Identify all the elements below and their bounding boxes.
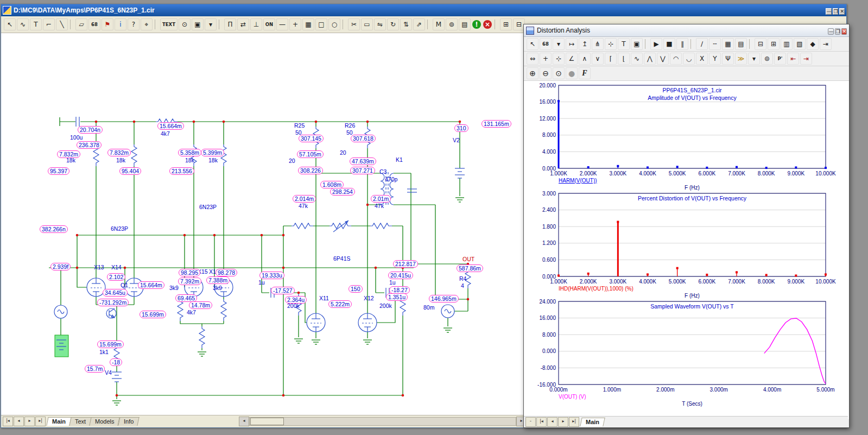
low-button[interactable]: ⌊ (618, 53, 630, 65)
zoom-out-button[interactable]: ⊖ (540, 67, 552, 79)
digital-stimulus-tool[interactable]: Π (224, 18, 236, 30)
find-tool[interactable]: ⊚ (446, 18, 458, 30)
three-d-button[interactable]: ◆ (807, 38, 819, 50)
chart-amplitude[interactable]: 0.0004.0008.00012.00016.00020.0001.000K2… (528, 83, 842, 191)
point-tag-mode-button[interactable]: ⊹ (553, 53, 565, 65)
object-dropdown[interactable]: 68 (540, 38, 552, 50)
mirror-tool[interactable]: ⇋ (374, 18, 386, 30)
hscroll-thumb[interactable] (250, 418, 284, 425)
help-mode-tool[interactable]: ? (128, 18, 140, 30)
global-high-button[interactable]: ⋀ (644, 53, 656, 65)
maximize-button[interactable]: ❐ (835, 28, 840, 35)
single-plot-button[interactable]: ⊟ (755, 38, 766, 50)
sheet-tab-models[interactable]: Models (90, 417, 121, 426)
splitter-button[interactable]: - (525, 417, 536, 427)
grid-plot-button[interactable]: ⊞ (768, 38, 780, 50)
text-tool[interactable]: T (30, 18, 42, 30)
data-points-toggle[interactable]: ▦ (722, 38, 734, 50)
tag-horizontal-tool[interactable]: ↦ (566, 38, 578, 50)
plot-tab-main[interactable]: Main (580, 418, 605, 426)
prev-page-button[interactable]: ◂ (547, 417, 557, 427)
select-arrow-tool[interactable]: ↖ (4, 18, 16, 30)
step-tool[interactable]: ⇗ (413, 18, 425, 30)
dashed-style-button[interactable]: ╌ (709, 38, 721, 50)
properties-tool[interactable]: ▣ (631, 38, 643, 50)
crosshair-tool[interactable]: + (289, 18, 301, 30)
graph-text-tool[interactable]: T (618, 38, 630, 50)
global-low-button[interactable]: ⋁ (657, 53, 669, 65)
animate-options-dropdown[interactable]: ▾ (748, 53, 760, 65)
run-button[interactable]: ▶ (650, 38, 662, 50)
sheet-tab-text[interactable]: Text (69, 417, 92, 426)
next-page-button[interactable]: ▸ (24, 417, 35, 426)
bottom-button[interactable]: ◡ (683, 53, 695, 65)
close-button[interactable]: ✕ (841, 28, 847, 35)
wire-tool[interactable]: ⌐ (43, 18, 55, 30)
point-tag-tool[interactable]: ⌖ (141, 18, 153, 30)
top-button[interactable]: ◠ (670, 53, 682, 65)
graphics-tool[interactable]: ▱ (75, 18, 87, 30)
minimize-button[interactable]: — (826, 8, 832, 15)
performance-tag-tool[interactable]: ⋔ (592, 38, 604, 50)
copy-to-stack-button[interactable]: ⊞ (500, 18, 512, 30)
calculator-button[interactable]: ⇥ (800, 53, 812, 65)
check-button[interactable]: ! (472, 20, 481, 29)
chart-waveform[interactable]: -16.000-8.0000.0008.00016.00024.0000.000… (528, 299, 842, 407)
waveform-buffer-button[interactable]: ⊚ (761, 53, 773, 65)
rect-tool[interactable]: □ (315, 18, 327, 30)
info-tool[interactable]: i (115, 18, 126, 30)
chart-distortion[interactable]: 0.0000.6001.2001.8002.4003.0001.000K2.00… (528, 191, 842, 299)
object-dropdown-arrow[interactable]: ▾ (553, 38, 565, 50)
region-tool[interactable]: ▭ (361, 18, 373, 30)
zoom-in-button[interactable]: ⊕ (527, 67, 538, 79)
browse-tool[interactable]: ▤ (459, 18, 471, 30)
flag-tool[interactable]: ⚑ (102, 18, 113, 30)
peak-button[interactable]: ∧ (579, 53, 591, 65)
go-to-x-button[interactable]: X (696, 53, 708, 65)
search-button[interactable]: ⊙ (179, 18, 191, 30)
minimize-button[interactable]: — (828, 28, 834, 35)
prev-page-button[interactable]: ◂ (14, 417, 24, 426)
find-component-tool[interactable]: 68 (88, 18, 100, 30)
inflection-button[interactable]: ∿ (631, 53, 643, 65)
sheet-tab-info[interactable]: Info (118, 417, 140, 426)
hscroll-track[interactable] (249, 417, 516, 426)
maximize-button[interactable]: ❐ (833, 8, 838, 15)
ground-tool[interactable]: ⊥ (250, 18, 262, 30)
line-style-button[interactable]: ∕ (696, 38, 708, 50)
hscroll-left-button[interactable]: ◂ (239, 417, 249, 426)
zoom-window-button[interactable]: ⊙ (553, 67, 565, 79)
node-swap-tool[interactable]: ⇄ (237, 18, 249, 30)
numeric-output-toggle[interactable]: ▤ (735, 38, 747, 50)
component-tool[interactable]: ∿ (17, 18, 29, 30)
text-editor-button[interactable]: TEXT (160, 18, 178, 30)
main-titlebar[interactable]: D:\MC9\DATA\MyAmps\PP6P41S_6N23P_1.cir —… (1, 4, 846, 16)
close-button[interactable]: ✕ (839, 8, 845, 15)
pause-button[interactable]: ∥ (676, 38, 688, 50)
power-toggle[interactable]: ON (263, 18, 275, 30)
go-to-branch-button[interactable]: Ψ (722, 53, 734, 65)
macro-tool[interactable]: M (433, 18, 445, 30)
slope-tool-button[interactable]: ∠ (566, 53, 578, 65)
rotate-tool[interactable]: ↻ (387, 18, 399, 30)
fft-button[interactable]: F (579, 67, 591, 79)
flip-tool[interactable]: ⇅ (400, 18, 412, 30)
grid-dropdown[interactable]: ▦ (302, 18, 314, 30)
select-arrow-tool[interactable]: ↖ (527, 38, 538, 50)
exit-analysis-button[interactable]: ⇥ (820, 38, 832, 50)
scale-mode-button[interactable]: ⇔ (527, 53, 538, 65)
analysis-titlebar[interactable]: Distortion Analysis —❐✕ (524, 24, 849, 37)
tag-vertical-tool[interactable]: ↥ (579, 38, 591, 50)
charts-panel[interactable]: 0.0004.0008.00012.00016.00020.0001.000K2… (524, 81, 849, 419)
next-page-button[interactable]: ▸ (558, 417, 568, 427)
ellipse-tool[interactable]: ○ (328, 18, 340, 30)
autoscale-button[interactable]: ● (566, 67, 578, 79)
horizontal-axes-button[interactable]: ▥ (781, 38, 793, 50)
stamp-button[interactable]: ▣ (192, 18, 204, 30)
last-page-button[interactable]: ▸| (569, 417, 579, 427)
mode-dropdown[interactable]: ▾ (205, 18, 217, 30)
sheet-tab-main[interactable]: Main (46, 417, 71, 426)
first-page-button[interactable]: |◂ (536, 417, 547, 427)
animate-button[interactable]: ≫ (735, 53, 747, 65)
dash-tool[interactable]: — (276, 18, 288, 30)
